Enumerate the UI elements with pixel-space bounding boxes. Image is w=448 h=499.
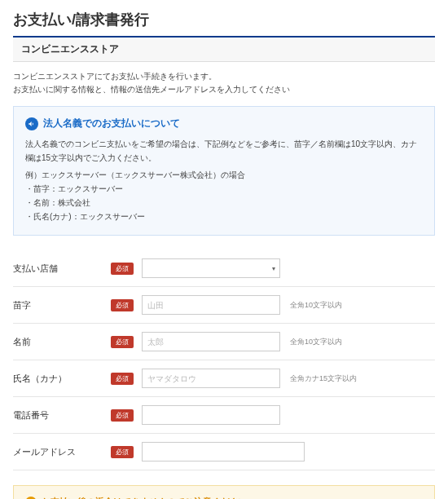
required-badge: 必須	[111, 373, 134, 385]
lastname-input[interactable]	[142, 295, 280, 315]
info-ex3: ・氏名(カナ)：エックスサーバー	[25, 210, 423, 223]
hint-firstname: 全角10文字以内	[290, 337, 342, 347]
info-example-label: 例）エックスサーバー（エックスサーバー株式会社）の場合	[25, 168, 423, 182]
hint-kana: 全角カナ15文字以内	[290, 373, 357, 384]
required-badge: 必須	[111, 336, 134, 348]
label-email: メールアドレス	[13, 446, 111, 458]
phone-input[interactable]	[142, 405, 280, 425]
warning-box: ! お支払い後の返金はできませんのでご注意ください 料金をお支払いいただいた後は…	[13, 485, 435, 499]
required-badge: 必須	[111, 446, 134, 458]
section-title: コンビニエンスストア	[13, 36, 435, 62]
required-badge: 必須	[111, 263, 134, 275]
info-title-text: 法人名義でのお支払いについて	[43, 117, 180, 130]
row-email: メールアドレス 必須	[13, 434, 435, 470]
required-badge: 必須	[111, 409, 134, 422]
page-title: お支払い/請求書発行	[13, 10, 435, 29]
row-firstname: 名前 必須 全角10文字以内	[13, 324, 435, 360]
hint-lastname: 全角10文字以内	[290, 300, 342, 311]
intro-line1: コンビニエンスストアにてお支払い手続きを行います。	[13, 70, 435, 83]
email-input[interactable]	[142, 442, 305, 461]
warning-icon: !	[25, 497, 37, 500]
label-firstname: 名前	[13, 336, 111, 348]
row-kana: 氏名（カナ） 必須 全角カナ15文字以内	[13, 360, 435, 397]
required-badge: 必須	[111, 299, 134, 311]
row-lastname: 苗字 必須 全角10文字以内	[13, 287, 435, 324]
megaphone-icon	[25, 117, 38, 130]
info-ex1: ・苗字：エックスサーバー	[25, 182, 423, 196]
intro-text: コンビニエンスストアにてお支払い手続きを行います。 お支払いに関する情報と、情報…	[13, 70, 435, 96]
kana-input[interactable]	[142, 369, 280, 388]
warning-title-text: お支払い後の返金はできませんのでご注意ください	[42, 496, 248, 499]
info-line1: 法人名義でのコンビニ支払いをご希望の場合は、下記例などをご参考に、苗字／名前欄は…	[25, 137, 423, 165]
store-select[interactable]	[142, 258, 280, 278]
label-phone: 電話番号	[13, 409, 111, 422]
row-phone: 電話番号 必須	[13, 397, 435, 434]
label-store: 支払い店舗	[13, 263, 111, 275]
intro-line2: お支払いに関する情報と、情報の送信先メールアドレスを入力してください	[13, 83, 435, 96]
info-box: 法人名義でのお支払いについて 法人名義でのコンビニ支払いをご希望の場合は、下記例…	[13, 106, 435, 236]
info-ex2: ・名前：株式会社	[25, 196, 423, 210]
firstname-input[interactable]	[142, 332, 280, 351]
label-lastname: 苗字	[13, 299, 111, 311]
row-store: 支払い店舗 必須 ▾	[13, 250, 435, 287]
label-kana: 氏名（カナ）	[13, 373, 111, 385]
